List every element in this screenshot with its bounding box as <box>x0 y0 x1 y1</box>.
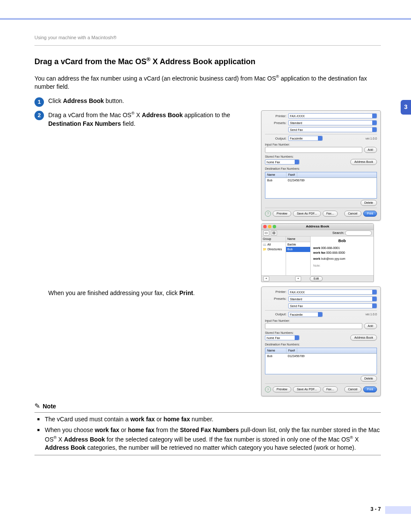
output-select-2[interactable]: Facsimile <box>288 312 323 317</box>
inputfax-field-2[interactable] <box>265 323 362 329</box>
stored-select[interactable]: home Fax <box>265 159 299 165</box>
step2-post: field. <box>121 120 135 127</box>
help-icon[interactable]: ? <box>265 211 271 217</box>
pane-select-2[interactable]: Send Fax <box>288 303 377 308</box>
col-name: Name <box>286 236 310 242</box>
preview-button[interactable]: Preview <box>273 211 291 217</box>
contact-card: Bob work 000-888-0001 work fax 000-888-0… <box>311 236 374 275</box>
name-bob[interactable]: Bob <box>286 247 310 252</box>
th-name: Name <box>265 172 286 177</box>
stored-select-2[interactable]: home Fax <box>265 335 299 340</box>
help-icon-2[interactable]: ? <box>265 386 271 392</box>
delete-button[interactable]: Delete <box>361 200 377 206</box>
page-number: 3 - 7 <box>371 506 381 513</box>
step1-bold: Address Book <box>63 97 104 104</box>
note-icon: ✎ <box>34 401 40 411</box>
cancel-button[interactable]: Cancel <box>344 211 361 217</box>
edit-button[interactable]: Edit <box>310 276 323 281</box>
section-rule <box>34 45 381 46</box>
add-group-button[interactable]: + <box>263 276 269 281</box>
step1-post: button. <box>104 97 124 104</box>
add-button[interactable]: Add <box>364 147 377 153</box>
output-select[interactable]: Facsimile <box>288 136 323 141</box>
addressbook-window: Address Book ▭ ▤ Search: Group 📖 All 📁 D… <box>261 223 374 282</box>
step2-bold1: Address Book <box>142 112 183 118</box>
sendfax-dialog-1: Printer:FAX-XXXX Presets:Standard Send F… <box>261 110 381 220</box>
chapter-tab-badge: 3 <box>401 100 411 115</box>
fax-button[interactable]: Fax... <box>323 211 338 217</box>
fax-button-2[interactable]: Fax... <box>323 386 338 392</box>
step-badge-1: 1 <box>34 97 44 107</box>
view-toggle-1[interactable]: ▭ <box>263 230 269 236</box>
note-title: Note <box>43 402 56 411</box>
note-bullet-1: The vCard used must contain a work fax o… <box>34 415 381 424</box>
lbl-inputfax: Input Fax Number: <box>265 143 377 147</box>
print-button-2[interactable]: Print <box>363 386 377 392</box>
lbl-printer: Printer: <box>265 114 286 118</box>
inputfax-field[interactable] <box>265 147 362 153</box>
addressbook-button[interactable]: Address Book <box>350 159 377 165</box>
step-1: 1 Click Address Book button. <box>34 97 381 107</box>
lbl-output: Output: <box>265 136 286 141</box>
dest-table-2[interactable]: NameFax# Bob0123456789 <box>265 348 377 374</box>
delete-button-2[interactable]: Delete <box>361 376 377 382</box>
lbl-dest: Destination Fax Numbers: <box>265 167 377 171</box>
step-badge-2: 2 <box>34 111 44 120</box>
preview-button-2[interactable]: Preview <box>273 386 291 392</box>
note-bullet-2: When you choose work fax or home fax fro… <box>34 426 381 452</box>
step2-mid: X <box>134 112 142 118</box>
pane-select[interactable]: Send Fax <box>288 127 377 132</box>
cancel-button-2[interactable]: Cancel <box>344 386 361 392</box>
version-label: ver.1.0.0 <box>365 137 377 141</box>
name-barble[interactable]: Barble <box>286 242 310 247</box>
col-group: Group <box>262 236 286 242</box>
step2-mid2: application to the <box>183 112 230 118</box>
note-block: ✎ Note The vCard used must contain a wor… <box>34 401 381 455</box>
step1-pre: Click <box>48 97 63 104</box>
group-all[interactable]: 📖 All <box>262 242 286 247</box>
step-2: 2 Drag a vCard from the Mac OS® X Addres… <box>34 110 253 128</box>
sendfax-dialog-2: Printer:FAX-XXXX Presets:Standard Send F… <box>261 286 381 396</box>
dest-table[interactable]: NameFax# Bob0123456789 <box>265 172 377 199</box>
step2-pre: Drag a vCard from the Mac OS <box>48 112 131 118</box>
lbl-presets: Presets: <box>265 121 286 125</box>
intro-paragraph: You can address the fax number using a v… <box>34 74 381 91</box>
finish-instruction: When you are finished addressing your fa… <box>48 289 253 298</box>
presets-select[interactable]: Standard <box>288 120 377 125</box>
printer-select[interactable]: FAX-XXXX <box>288 113 377 118</box>
note-rule-bottom <box>34 455 381 455</box>
td-name: Bob <box>265 178 286 183</box>
th-fax: Fax# <box>286 172 297 177</box>
view-toggle-2[interactable]: ▤ <box>271 230 277 236</box>
add-contact-button[interactable]: + <box>295 276 301 281</box>
search-label: Search: <box>332 230 344 235</box>
footer-accent <box>385 506 411 514</box>
page-title: Drag a vCard from the Mac OS® X Address … <box>34 56 381 67</box>
note-rule <box>34 412 381 413</box>
savepdf-button[interactable]: Save As PDF... <box>293 211 321 217</box>
presets-select-2[interactable]: Standard <box>288 296 377 302</box>
ab-title: Address Book <box>262 224 374 229</box>
savepdf-button-2[interactable]: Save As PDF... <box>293 386 321 392</box>
addressbook-button-2[interactable]: Address Book <box>350 335 377 341</box>
td-fax: 0123456789 <box>286 178 306 183</box>
step2-bold2: Destination Fax Numbers <box>48 120 121 127</box>
printer-select-2[interactable]: FAX-XXXX <box>288 289 377 295</box>
breadcrumb: Using your machine with a Macintosh® <box>34 34 381 41</box>
page-top-rule <box>0 18 411 20</box>
group-directories[interactable]: 📁 Directories <box>262 247 286 252</box>
card-name: Bob <box>313 238 371 244</box>
search-input[interactable] <box>345 230 372 236</box>
print-button[interactable]: Print <box>363 211 377 217</box>
add-button-2[interactable]: Add <box>364 323 377 329</box>
lbl-stored: Stored Fax Numbers: <box>265 155 377 159</box>
